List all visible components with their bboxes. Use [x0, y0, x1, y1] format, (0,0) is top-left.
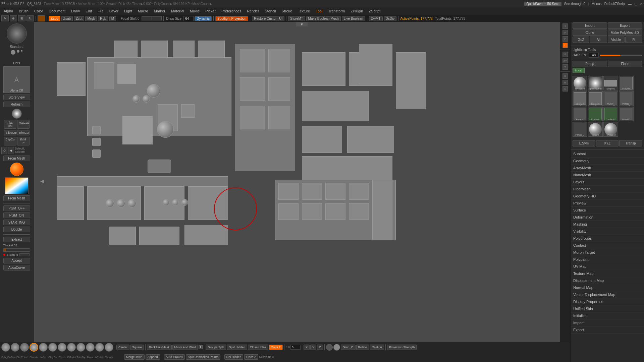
y-btn[interactable]: Y — [310, 345, 316, 350]
select-r-icon[interactable]: ◆ — [8, 147, 14, 154]
maximize-icon[interactable]: ▢ — [634, 2, 637, 6]
focal-shift-slider[interactable] — [142, 16, 162, 20]
brush-zmodel[interactable] — [67, 343, 76, 352]
polygroups-menu-item[interactable]: Polygroups — [571, 235, 644, 242]
brush-mergec1-thumb[interactable]: MergeC — [573, 91, 587, 106]
thick-slider[interactable] — [3, 248, 30, 252]
surface-menu-item[interactable]: Surface — [571, 207, 644, 214]
draw-mode-btn[interactable]: ✎ — [1, 15, 9, 21]
close-icon[interactable]: ✕ — [640, 2, 643, 6]
refresh-btn[interactable]: Refresh — [3, 102, 30, 107]
menu-color[interactable]: Color — [32, 8, 45, 14]
menu-preferences[interactable]: Preferences — [219, 8, 244, 14]
menu-marker[interactable]: Marker — [152, 8, 168, 14]
dwmt-btn[interactable]: DwMT — [369, 16, 383, 21]
menu-stencil[interactable]: Stencil — [262, 8, 278, 14]
brush-standard[interactable] — [30, 343, 38, 352]
dsdiv-btn[interactable]: DsDiv — [384, 16, 397, 21]
floor-icon[interactable]: F — [562, 36, 568, 42]
from-mesh-2-btn[interactable]: From Mesh — [3, 195, 30, 201]
menu-tool[interactable]: Tool — [313, 8, 325, 14]
center-btn[interactable]: Center — [116, 345, 129, 350]
deformation-menu-item[interactable]: Deformation — [571, 214, 644, 221]
merge-options-icon[interactable]: ▼ — [199, 345, 203, 349]
brush-dot-small[interactable] — [21, 50, 22, 52]
export-btn-right[interactable]: Export — [608, 22, 642, 29]
brush-chisel[interactable] — [20, 343, 29, 352]
geometry-hd-menu-item[interactable]: Geometry HD — [571, 193, 644, 200]
menu-edit[interactable]: Edit — [83, 8, 94, 14]
menu-transform[interactable]: Transform — [326, 8, 347, 14]
floor-btn[interactable]: Floor — [608, 61, 642, 67]
see-through-btn[interactable]: See-through 0 — [564, 2, 585, 6]
store-view-btn[interactable]: Store View — [3, 95, 30, 100]
alpha-off-block[interactable]: Α Alpha Off — [3, 66, 30, 93]
persp-btn[interactable]: Persp — [573, 61, 607, 67]
menu-light[interactable]: Light — [122, 8, 135, 14]
spotlight-btn[interactable]: Spotlight Projection — [215, 16, 248, 21]
preview-menu-item[interactable]: Preview — [571, 200, 644, 207]
brush-topolo[interactable] — [105, 343, 113, 352]
brush-dot-med[interactable] — [17, 50, 19, 53]
storemt-btn[interactable]: StoreMT — [288, 16, 305, 21]
split-unmasked-btn[interactable]: Split Unmasked Points — [186, 354, 220, 360]
brush-pm3d3-thumb[interactable]: PM3D_ — [573, 107, 587, 121]
from-mesh-1-btn[interactable]: From Mesh — [3, 156, 30, 161]
pgm-on-btn[interactable]: PGM_ON — [3, 213, 30, 218]
menu-alpha[interactable]: Alpha — [1, 8, 15, 14]
rotate-btn-bottom[interactable]: Rotate — [356, 345, 369, 350]
l-sym-btn[interactable]: L.Sym — [573, 140, 595, 146]
imm-pr-btn[interactable]: IMM Pr — [17, 137, 30, 145]
x-btn[interactable]: X — [304, 345, 310, 350]
brush-sphere2-thumb[interactable]: Sphere — [588, 122, 603, 137]
starting-btn[interactable]: STARTING — [3, 220, 30, 225]
s-pivot-icon[interactable]: ⊡ — [562, 86, 568, 92]
menu-texture[interactable]: Texture — [296, 8, 312, 14]
matcap-btn[interactable]: MatCap — [17, 120, 30, 129]
brush-orb-cra[interactable] — [1, 343, 10, 352]
menu-zscript[interactable]: ZScript — [366, 8, 383, 14]
restore-custom-ui-btn[interactable]: Restore Custom UI — [252, 16, 284, 21]
extract-btn[interactable]: Extract — [3, 237, 30, 242]
menus-btn[interactable]: Menus — [592, 2, 602, 6]
select-l-icon[interactable]: ◇ — [1, 147, 7, 154]
brush-simple-eraser-thumb[interactable]: SimpleE — [603, 76, 618, 90]
grab-o-btn[interactable]: Grab_O — [341, 345, 356, 350]
brush-harlem2-thumb[interactable]: HARLEM — [603, 122, 618, 137]
harlem-value[interactable]: 48 — [589, 53, 599, 58]
clone-btn[interactable]: Clone — [573, 29, 607, 36]
goz-btn[interactable]: GoZ — [573, 37, 589, 43]
move-mode-btn[interactable]: ⊕ — [10, 15, 17, 21]
brush-pm3d2-thumb[interactable]: PM3D_ — [619, 91, 634, 106]
menu-macro[interactable]: Macro — [136, 8, 151, 14]
brush-trimdy[interactable] — [76, 343, 85, 352]
polypaint-menu-item[interactable]: Polypaint — [571, 256, 644, 263]
unified-skin-menu-item[interactable]: Unified Skin — [571, 305, 644, 312]
fibermesh-menu-item[interactable]: FiberMesh — [571, 186, 644, 193]
menu-file[interactable]: File — [95, 8, 106, 14]
brush-cubesc2-thumb[interactable]: CubeSc — [603, 107, 618, 121]
live-boolean-btn[interactable]: Live Boolean — [342, 16, 365, 21]
mirror-and-weld-btn[interactable]: Mirror And Weld — [172, 345, 198, 350]
flat-col-matcap-btn[interactable] — [12, 109, 22, 119]
layers-menu-item[interactable]: Layers — [571, 179, 644, 186]
brush-move[interactable] — [86, 343, 95, 352]
export-menu-item-bottom[interactable]: Export — [571, 326, 644, 334]
realign-btn[interactable]: Realign — [370, 345, 384, 350]
flat-col-btn[interactable]: Flat Col — [4, 120, 16, 129]
square-btn[interactable]: Square — [130, 345, 144, 350]
zsub-btn[interactable]: Zsub — [61, 16, 73, 21]
color-orange-circle[interactable] — [10, 163, 23, 176]
move-s-btn[interactable]: Transp — [619, 140, 642, 146]
accept-btn[interactable]: Accept — [3, 258, 30, 263]
default-zscript-btn[interactable]: DefaultZScript — [604, 2, 626, 6]
brush-hpolish[interactable] — [95, 343, 104, 352]
append-btn[interactable]: Append — [146, 354, 160, 360]
contact-menu-item[interactable]: Contact — [571, 242, 644, 249]
brush-spheralpha-thumb[interactable]: SpherAlpha8 — [588, 76, 603, 90]
arraymesh-menu-item[interactable]: ArrayMesh — [571, 165, 644, 172]
display-properties-menu-item[interactable]: Display Properties — [571, 298, 644, 305]
cons-z-btn[interactable]: Cons Z — [269, 345, 283, 350]
vector-displacement-menu-item[interactable]: Vector Displacement Map — [571, 291, 644, 298]
split-hidden-btn[interactable]: Split Hidden — [227, 345, 247, 350]
